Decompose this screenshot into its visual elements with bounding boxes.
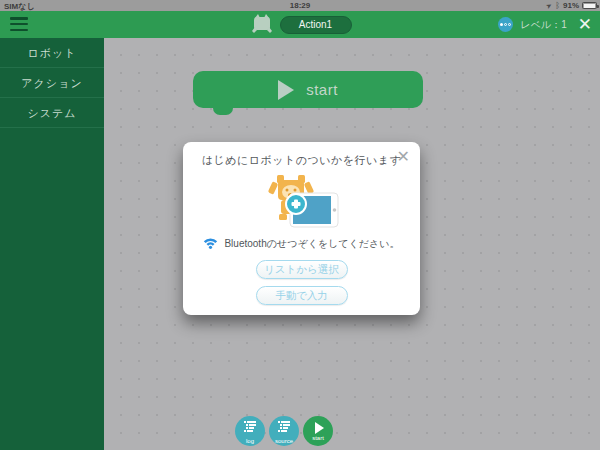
battery-icon xyxy=(582,2,597,9)
select-from-list-button[interactable]: リストから選択 xyxy=(256,260,348,279)
project-name-label: Action1 xyxy=(299,19,332,30)
status-icons: ➤ ᛒ 91% xyxy=(546,0,597,11)
log-button[interactable]: log xyxy=(235,416,265,446)
sidebar-item-system[interactable]: システム xyxy=(0,98,104,128)
robot-pairing-illustration xyxy=(262,172,342,232)
status-bar: SIMなし 18:29 ➤ ᛒ 91% xyxy=(0,0,600,11)
start-block-label: start xyxy=(306,81,338,98)
play-icon xyxy=(278,80,294,100)
start-block[interactable]: start xyxy=(193,71,423,108)
bluetooth-message-row: Bluetoothのせつぞくをしてください。 xyxy=(183,235,420,253)
source-button-label: source xyxy=(275,438,293,444)
log-button-label: log xyxy=(246,438,254,444)
app-screen: SIMなし 18:29 ➤ ᛒ 91% Action1 xyxy=(0,0,600,450)
app-header: Action1 レベル：1 ✕ xyxy=(0,11,600,38)
run-start-button[interactable]: start xyxy=(303,416,333,446)
dialog-title: はじめにロボットのついかを行います xyxy=(183,153,420,168)
source-icon xyxy=(278,419,291,437)
wifi-icon xyxy=(203,235,218,253)
sidebar-item-action[interactable]: アクション xyxy=(0,68,104,98)
sidebar: ロボット アクション システム xyxy=(0,38,104,450)
bluetooth-status-icon: ᛒ xyxy=(555,1,560,10)
add-robot-dialog: はじめにロボットのついかを行います ✕ xyxy=(183,142,420,315)
sidebar-item-robot[interactable]: ロボット xyxy=(0,38,104,68)
level-badge-icon xyxy=(498,17,513,32)
clock-label: 18:29 xyxy=(0,1,600,10)
bluetooth-message: Bluetoothのせつぞくをしてください。 xyxy=(224,237,399,251)
bottom-toolbar: log source start xyxy=(235,416,333,446)
project-name-pill[interactable]: Action1 xyxy=(280,16,352,34)
start-button-label: start xyxy=(312,435,324,441)
location-icon: ➤ xyxy=(545,1,554,11)
level-label: レベル：1 xyxy=(520,18,566,32)
robot-icon xyxy=(249,12,275,38)
close-icon[interactable]: ✕ xyxy=(578,16,592,33)
dialog-close-icon[interactable]: ✕ xyxy=(397,149,410,165)
manual-input-button[interactable]: 手動で入力 xyxy=(256,286,348,305)
play-icon xyxy=(315,422,324,434)
log-icon xyxy=(244,419,257,437)
battery-percent-label: 91% xyxy=(563,1,579,10)
header-right: レベル：1 ✕ xyxy=(498,11,592,38)
source-button[interactable]: source xyxy=(269,416,299,446)
